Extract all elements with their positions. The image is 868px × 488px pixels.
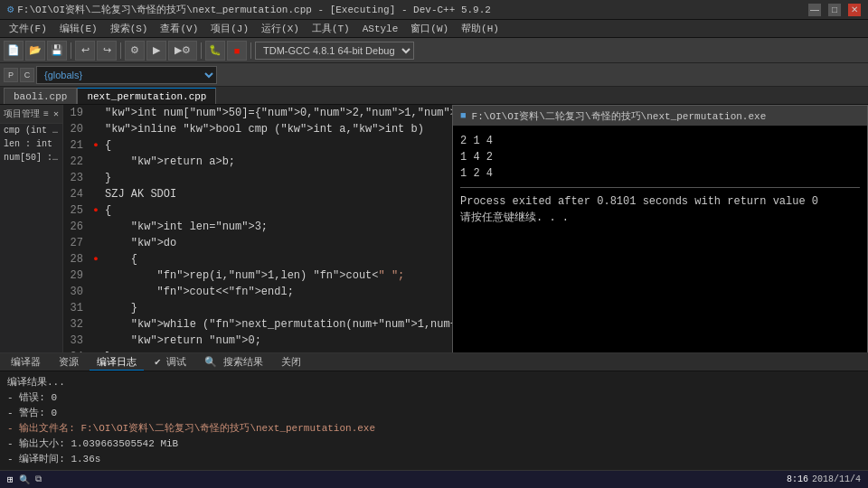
line-number: 28 <box>63 251 90 267</box>
menu-edit[interactable]: 编辑(E) <box>54 20 103 38</box>
bottom-content: 编译结果...- 错误: 0- 警告: 0- 输出文件名: F:\OI\OI资料… <box>0 371 868 471</box>
maximize-button[interactable]: □ <box>828 4 841 16</box>
line-marker <box>90 121 101 137</box>
terminal-prompt: 请按任意键继续. . . <box>460 210 860 226</box>
terminal-line-1: 2 1 4 <box>460 133 860 149</box>
line-number: 32 <box>63 316 90 333</box>
line-number: 31 <box>63 300 90 316</box>
save-button[interactable]: 💾 <box>47 41 67 61</box>
bottom-panel: 编译器 资源 编译日志 ✔ 调试 🔍 搜索结果 关闭 编译结果...- 错误: … <box>0 352 868 470</box>
menu-run[interactable]: 运行(X) <box>256 20 305 38</box>
new-button[interactable]: 📄 <box>4 41 24 61</box>
taskbar-left: ⊞ 🔍 ⧉ <box>7 474 42 485</box>
bottom-tab-search[interactable]: 🔍 搜索结果 <box>197 354 270 371</box>
line-marker <box>90 316 101 333</box>
line-marker <box>90 105 101 121</box>
terminal-process-line: Process exited after 0.8101 seconds with… <box>460 193 860 210</box>
app-icon: ⚙ <box>7 3 14 16</box>
line-number: 26 <box>63 219 90 235</box>
bottom-log-line: - 警告: 0 <box>7 406 861 421</box>
line-number: 21 <box>63 137 90 154</box>
line-number: 24 <box>63 186 90 202</box>
bottom-tab-bar: 编译器 资源 编译日志 ✔ 调试 🔍 搜索结果 关闭 <box>0 353 868 371</box>
toolbar-separator-4 <box>250 42 251 59</box>
terminal-line-2: 1 4 2 <box>460 149 860 165</box>
terminal-title: F:\OI\OI资料\二轮复习\奇怪的技巧\next_permutation.e… <box>472 109 767 123</box>
line-number: 22 <box>63 154 90 170</box>
terminal-titlebar: ■ F:\OI\OI资料\二轮复习\奇怪的技巧\next_permutation… <box>453 106 867 126</box>
close-button[interactable]: ✕ <box>848 4 861 16</box>
sidebar-item-len[interactable]: len : int <box>0 137 62 151</box>
minimize-button[interactable]: — <box>808 4 821 16</box>
terminal-window: ■ F:\OI\OI资料\二轮复习\奇怪的技巧\next_permutation… <box>452 105 868 352</box>
bottom-log-line: - 输出大小: 1.039663505542 MiB <box>7 436 861 452</box>
line-marker <box>90 284 101 300</box>
toolbar-separator-2 <box>120 42 121 59</box>
menu-bar: 文件(F) 编辑(E) 搜索(S) 查看(V) 项目(J) 运行(X) 工具(T… <box>0 20 868 38</box>
project-icon[interactable]: P <box>4 68 18 82</box>
menu-view[interactable]: 查看(V) <box>155 20 203 38</box>
bottom-tab-close[interactable]: 关闭 <box>274 354 308 371</box>
line-number: 20 <box>63 121 90 137</box>
window-title: F:\OI\OI资料\二轮复习\奇怪的技巧\next_permutation.c… <box>17 3 491 16</box>
content-area: 项目管理 ≡ ✕ cmp (int a, int... len : int nu… <box>0 105 868 352</box>
sidebar-title: 项目管理 <box>4 108 40 120</box>
line-marker <box>90 235 101 251</box>
line-marker <box>90 186 101 202</box>
code-editor[interactable]: 19"kw">int num["num">50]={"num">0,"num">… <box>63 105 868 352</box>
bottom-tab-log[interactable]: 编译日志 <box>90 354 144 371</box>
toolbar-globals: P C {globals} <box>0 63 868 87</box>
line-marker <box>90 333 101 349</box>
redo-button[interactable]: ↪ <box>97 41 117 61</box>
task-view-icon[interactable]: ⧉ <box>35 474 42 484</box>
line-number: 19 <box>63 105 90 121</box>
tab-next-permutation[interactable]: next_permutation.cpp <box>77 88 216 104</box>
bottom-log-line: - 输出文件名: F:\OI\OI资料\二轮复习\奇怪的技巧\next_perm… <box>7 421 861 436</box>
tab-baoli[interactable]: baoli.cpp <box>4 88 77 104</box>
taskbar: ⊞ 🔍 ⧉ 8:16 2018/11/4 <box>0 470 868 488</box>
globals-dropdown[interactable]: {globals} <box>36 66 217 84</box>
title-bar: ⚙ F:\OI\OI资料\二轮复习\奇怪的技巧\next_permutation… <box>0 0 868 20</box>
terminal-line-3: 1 2 4 <box>460 165 860 182</box>
line-marker <box>90 154 101 170</box>
line-marker: ● <box>90 137 101 154</box>
sidebar-close-icon[interactable]: ✕ <box>53 108 59 119</box>
open-button[interactable]: 📂 <box>25 41 45 61</box>
undo-button[interactable]: ↩ <box>75 41 95 61</box>
line-marker <box>90 219 101 235</box>
line-number: 29 <box>63 267 90 284</box>
terminal-body: 2 1 4 1 4 2 1 2 4 Process exited after 0… <box>453 126 867 233</box>
menu-search[interactable]: 搜索(S) <box>105 20 154 38</box>
menu-help[interactable]: 帮助(H) <box>456 20 505 38</box>
bottom-tab-compiler[interactable]: 编译器 <box>4 354 48 371</box>
class-icon[interactable]: C <box>20 68 34 82</box>
search-icon[interactable]: 🔍 <box>19 474 30 485</box>
menu-project[interactable]: 项目(J) <box>205 20 254 38</box>
toolbar-separator-3 <box>201 42 202 59</box>
line-marker <box>90 267 101 284</box>
start-button[interactable]: ⊞ <box>7 474 14 485</box>
editor-tab-bar: baoli.cpp next_permutation.cpp <box>0 87 868 105</box>
compile-run-button[interactable]: ▶⚙ <box>168 41 197 61</box>
line-number: 33 <box>63 333 90 349</box>
debug-button[interactable]: 🐛 <box>205 41 225 61</box>
menu-file[interactable]: 文件(F) <box>4 20 52 38</box>
compiler-dropdown[interactable]: TDM-GCC 4.8.1 64-bit Debug <box>255 42 414 60</box>
menu-tools[interactable]: 工具(T) <box>307 20 355 38</box>
compile-button[interactable]: ⚙ <box>125 41 145 61</box>
line-number: 30 <box>63 284 90 300</box>
taskbar-date: 2018/11/4 <box>812 474 861 484</box>
bottom-tab-resources[interactable]: 资源 <box>52 354 86 371</box>
menu-astyle[interactable]: AStyle <box>357 20 404 38</box>
menu-window[interactable]: 窗口(W) <box>405 20 454 38</box>
stop-button[interactable]: ■ <box>227 41 247 61</box>
bottom-tab-debug[interactable]: ✔ 调试 <box>147 354 193 371</box>
taskbar-right: 8:16 2018/11/4 <box>787 474 861 484</box>
sidebar-item-cmp[interactable]: cmp (int a, int... <box>0 124 62 137</box>
sidebar: 项目管理 ≡ ✕ cmp (int a, int... len : int nu… <box>0 105 63 352</box>
sidebar-item-num[interactable]: num[50] : int <box>0 151 62 164</box>
run-button[interactable]: ▶ <box>146 41 166 61</box>
line-marker: ● <box>90 251 101 267</box>
sidebar-expand-icon[interactable]: ≡ <box>43 109 49 119</box>
bottom-log-line: - 编译时间: 1.36s <box>7 452 861 467</box>
